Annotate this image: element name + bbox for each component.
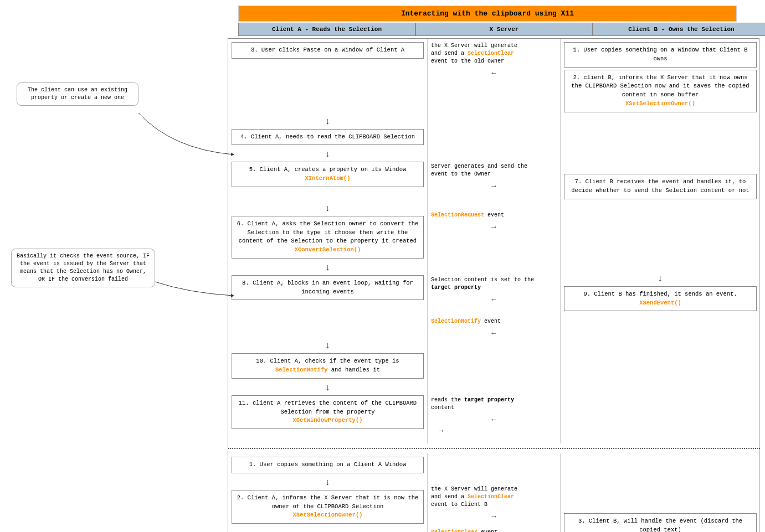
step-b1-box: 1. User copies something on a Window tha…: [564, 42, 757, 68]
step6-col-b: [561, 203, 760, 262]
server-text-selclear: SelectionClear event: [428, 526, 560, 532]
arrow-right-1: →: [428, 180, 560, 192]
step5-col-a: ↓ 5. Client A, creates a property on its…: [228, 148, 428, 203]
row-step6: ↓ 6. Client A, asks the Selection owner …: [228, 203, 760, 262]
copy-step1-box: 1. User copies something on a Client A W…: [232, 457, 424, 473]
side-notes-panel: The client can use an existing property …: [6, 38, 228, 532]
arrow-down-3: ↓: [228, 204, 427, 214]
side-note-1: The client can use an existing property …: [17, 82, 138, 106]
step8-col-server: Selection content is set to the target p…: [428, 262, 561, 315]
copy1-col-a: 1. User copies something on a Client A W…: [228, 453, 428, 477]
step11-col-a: ↓ 11. client A retrieves the content of …: [228, 382, 428, 443]
copy2-col-b: 3. Client B, will handle the event (disc…: [561, 477, 760, 532]
side-note-2: Basically it checks the event source, IF…: [11, 249, 155, 287]
columns-header: Client A - Reads the Selection X Server …: [238, 23, 765, 36]
diagram-title: Interacting with the clipboard using X11: [238, 6, 737, 22]
step8-col-a: ↓ 8. Client A, blocks in an event loop, …: [228, 262, 428, 315]
copy2-col-server: the X Server will generate and send a Se…: [428, 477, 561, 532]
arrow-right-2: →: [428, 221, 560, 233]
dotted-divider: [228, 448, 760, 449]
arrow-down-6: ↓: [228, 383, 427, 393]
row1-col-server: the X Server will generate and send a Se…: [428, 39, 561, 116]
selnotify-col-b: [561, 314, 760, 340]
server-text-2: Server generates and send the event to t…: [428, 161, 560, 180]
row1-col-b: 1. User copies something on a Window tha…: [561, 39, 760, 116]
step10-col-b: [561, 340, 760, 382]
step6-box: 6. Client A, asks the Selection owner to…: [232, 216, 424, 259]
server-text-4: reads the target property content: [428, 394, 560, 414]
copy2-col-a: ↓ 2. Client A, informs the X Server that…: [228, 477, 428, 532]
copy1-col-b: [561, 453, 760, 477]
row-copy2: ↓ 2. Client A, informs the X Server that…: [228, 477, 760, 532]
step5-col-server: Server generates and send the event to t…: [428, 148, 561, 203]
arrow-left-2: ←: [428, 294, 560, 305]
arrow-down-1: ↓: [228, 117, 427, 127]
server-text-copy1: the X Server will generate and send a Se…: [428, 483, 560, 511]
step11-box: 11. client A retrieves the content of th…: [232, 395, 424, 429]
arrow-down-4: ↓: [228, 263, 427, 273]
server-text-1: the X Server will generate and send a Se…: [428, 40, 560, 68]
row-step11: ↓ 11. client A retrieves the content of …: [228, 382, 760, 443]
row-step10: ↓ 10. Client A, checks if the event type…: [228, 340, 760, 382]
col-header-b: Client B - Owns the Selection: [593, 23, 765, 36]
arrow-left-4: ←: [428, 414, 560, 425]
step5-col-b: 7. Client B receives the event and handl…: [561, 148, 760, 203]
step8-box: 8. Client A, blocks in an event loop, wa…: [232, 275, 424, 301]
selnotify-col-a: [228, 314, 428, 340]
arrow-right-copy1: →: [428, 511, 560, 522]
row-step4: ↓ 4. Client A, needs to read the CLIPBOA…: [228, 116, 760, 149]
step11-col-b: [561, 382, 760, 443]
col-header-server: X Server: [415, 23, 593, 36]
row-step8: ↓ 8. Client A, blocks in an event loop, …: [228, 262, 760, 315]
step4-col-b: [561, 116, 760, 149]
col-header-a: Client A - Reads the Selection: [238, 23, 415, 36]
arrow-right-3: →: [428, 425, 560, 436]
arrow-left-1: ←: [428, 68, 560, 79]
arrow-left-3: ←: [428, 328, 560, 339]
step-b2-box: 2. client B, informs the X Server that i…: [564, 70, 757, 112]
copy-step2-box: 2. Client A, informs the X Server that i…: [232, 490, 424, 524]
arrow-down-2: ↓: [228, 149, 427, 159]
step10-box: 10. Client A, checks if the event type i…: [232, 353, 424, 379]
row-1: 3. User clicks Paste on a Window of Clie…: [228, 39, 760, 116]
step6-col-a: ↓ 6. Client A, asks the Selection owner …: [228, 203, 428, 262]
arrow-down-b1: ↓: [561, 274, 760, 284]
row1-col-a: 3. User clicks Paste on a Window of Clie…: [228, 39, 428, 116]
columns-area: 3. User clicks Paste on a Window of Clie…: [228, 38, 759, 532]
step4-col-server: [428, 116, 561, 149]
row-step5: ↓ 5. Client A, creates a property on its…: [228, 148, 760, 203]
server-text-3: Selection content is set to the target p…: [428, 274, 560, 294]
selnotify-col-server: SelectionNotify event ←: [428, 314, 561, 340]
step10-col-a: ↓ 10. Client A, checks if the event type…: [228, 340, 428, 382]
server-text-selreq: SelectionRequest event: [428, 209, 560, 221]
row-selnotify: SelectionNotify event ←: [228, 314, 760, 340]
step4-col-a: ↓ 4. Client A, needs to read the CLIPBOA…: [228, 116, 428, 149]
step3-box: 3. User clicks Paste on a Window of Clie…: [232, 42, 424, 59]
step-b9-box: 9. Client B has finished, it sends an ev…: [564, 286, 757, 312]
copy-b3-box: 3. Client B, will handle the event (disc…: [564, 513, 757, 532]
copy1-col-server: [428, 453, 561, 477]
step8-col-b: ↓ 9. Client B has finished, it sends an …: [561, 262, 760, 315]
row-copy1: 1. User copies something on a Client A W…: [228, 453, 760, 477]
step6-col-server: SelectionRequest event →: [428, 203, 561, 262]
arrow-down-c1: ↓: [228, 478, 427, 488]
server-text-selnotify: SelectionNotify event: [428, 316, 560, 328]
diagram-wrapper: Interacting with the clipboard using X11…: [0, 0, 765, 532]
step-b7-box: 7. Client B receives the event and handl…: [564, 174, 757, 199]
step4-box: 4. Client A, needs to read the CLIPBOARD…: [232, 129, 424, 146]
arrow-down-5: ↓: [228, 341, 427, 351]
step5-box: 5. Client A, creates a property on its W…: [232, 162, 424, 187]
step10-col-server: [428, 340, 561, 382]
step11-col-server: reads the target property content ← →: [428, 382, 561, 443]
